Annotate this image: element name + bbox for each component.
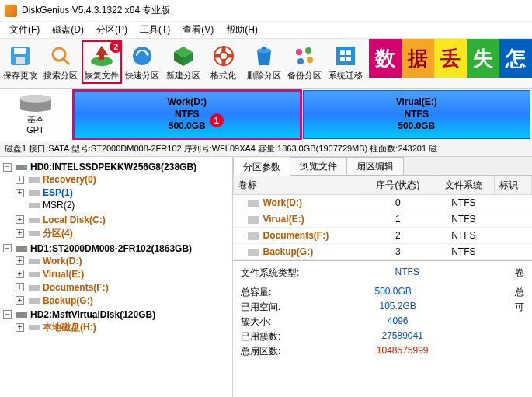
cluster-label: 簇大小: <box>241 315 271 329</box>
tree-documents-f[interactable]: +Documents(F:) <box>16 282 109 293</box>
svg-rect-43 <box>29 325 40 330</box>
totsec-value: 1048575999 <box>377 345 429 358</box>
menu-tools[interactable]: 工具(T) <box>134 22 176 38</box>
svg-point-14 <box>220 52 228 60</box>
svg-point-42 <box>24 314 26 315</box>
svg-rect-24 <box>340 57 345 61</box>
partition-grid[interactable]: 卷标 序号(状态) 文件系统 标识 Work(D:)0NTFSVirual(E:… <box>233 176 532 260</box>
logo-icon <box>5 5 17 17</box>
newpart-label: 新建分区 <box>166 70 200 82</box>
svg-line-4 <box>64 59 69 64</box>
cap-trail: 总 <box>515 286 524 299</box>
partition-size: 500.0GB <box>398 120 435 133</box>
used-trail: 可 <box>515 301 524 314</box>
menu-bar: 文件(F) 磁盘(D) 分区(P) 工具(T) 查看(V) 帮助(H) <box>0 22 532 39</box>
svg-rect-47 <box>248 249 259 256</box>
globe-arrow-icon <box>130 44 155 68</box>
tree-msr[interactable]: MSR(2) <box>16 200 75 211</box>
disk-type-label-2: GPT <box>26 125 44 134</box>
svg-rect-32 <box>29 203 40 208</box>
banner-char-4: 失 <box>467 39 499 78</box>
partition-name: Virual(E:) <box>396 96 437 109</box>
delete-partition-button[interactable]: 删除分区 <box>244 40 284 84</box>
tree-hd2[interactable]: −HD2:MsftVirtualDisk(120GB) <box>3 309 155 320</box>
window-title: DiskGenius V5.4.3.1322 x64 专业版 <box>22 4 170 17</box>
tree-backup-g[interactable]: +Backup(G:) <box>16 295 93 306</box>
quick-partition-button[interactable]: 快速分区 <box>122 40 162 84</box>
cap-label: 总容量: <box>241 286 271 299</box>
svg-point-36 <box>24 248 26 249</box>
banner-char-5: 怎 <box>499 39 532 78</box>
svg-rect-38 <box>29 272 40 277</box>
svg-rect-33 <box>29 218 40 223</box>
svg-point-19 <box>307 57 313 63</box>
disk-cylinder-icon <box>17 94 54 113</box>
disk-map: 基本GPT Work(D:) NTFS 500.0GB 1 Virual(E:)… <box>0 89 532 141</box>
tree-virual-e[interactable]: +Virual(E:) <box>16 269 84 280</box>
table-row[interactable]: Work(D:)0NTFS <box>234 195 532 211</box>
svg-rect-37 <box>29 259 40 264</box>
search-label: 搜索分区 <box>43 70 78 82</box>
system-migrate-button[interactable]: 系统迁移 <box>325 40 366 84</box>
tree-part4[interactable]: +分区(4) <box>16 227 73 240</box>
menu-view[interactable]: 查看(V) <box>176 22 220 38</box>
col-fs[interactable]: 文件系统 <box>433 176 494 195</box>
col-ident[interactable]: 标识 <box>494 176 531 195</box>
tree-recovery[interactable]: +Recovery(0) <box>16 174 96 185</box>
tab-sector-edit[interactable]: 扇区编辑 <box>346 157 404 175</box>
table-row[interactable]: Documents(F:)2NTFS <box>234 228 532 244</box>
disk-type-label-1: 基本 <box>27 114 44 124</box>
svg-rect-25 <box>346 57 351 61</box>
title-bar: DiskGenius V5.4.3.1322 x64 专业版 <box>0 0 532 22</box>
menu-partition[interactable]: 分区(P) <box>90 22 134 38</box>
menu-file[interactable]: 文件(F) <box>3 22 46 38</box>
partition-fs: NTFS <box>175 109 199 121</box>
magnifier-icon <box>48 44 73 68</box>
banner-char-2: 据 <box>402 39 434 78</box>
backup-partition-button[interactable]: 备份分区 <box>284 40 325 84</box>
svg-rect-2 <box>16 57 25 64</box>
vol-trail: 卷 <box>515 266 524 280</box>
table-row[interactable]: Virual(E:)1NTFS <box>234 211 532 228</box>
toolbar: 保存更改 搜索分区 2 恢复文件 快速分区 新建分区 格式化 删除分区 备份分区… <box>0 39 532 89</box>
svg-rect-45 <box>248 216 259 224</box>
partition-fs: NTFS <box>405 109 429 121</box>
col-seq[interactable]: 序号(状态) <box>363 176 433 195</box>
recover-label: 恢复文件 <box>85 70 119 82</box>
tree-local-h[interactable]: +本地磁盘(H:) <box>16 321 96 334</box>
col-volume[interactable]: 卷标 <box>234 176 363 195</box>
format-button[interactable]: 格式化 <box>203 40 244 84</box>
save-button[interactable]: 保存更改 <box>0 40 40 84</box>
menu-help[interactable]: 帮助(H) <box>220 22 264 38</box>
usedclu-label: 已用簇数: <box>241 330 280 343</box>
table-row[interactable]: Backup(G:)3NTFS <box>234 244 532 260</box>
search-partition-button[interactable]: 搜索分区 <box>40 40 81 84</box>
partition-work-d[interactable]: Work(D:) NTFS 500.0GB 1 <box>73 90 301 139</box>
menu-disk[interactable]: 磁盘(D) <box>46 22 90 38</box>
svg-rect-21 <box>336 47 355 65</box>
tree-esp[interactable]: +ESP(1) <box>16 187 73 198</box>
svg-point-29 <box>24 166 26 168</box>
tree-local-c[interactable]: +Local Disk(C:) <box>16 214 106 225</box>
delete-label: 删除分区 <box>247 70 281 82</box>
used-label: 已用空间: <box>241 301 280 314</box>
svg-point-8 <box>133 47 151 65</box>
tree-work-d[interactable]: +Work(D:) <box>16 256 82 266</box>
partition-size: 500.0GB <box>169 120 206 133</box>
tree-hd0[interactable]: −HD0:INTELSSDPEKKW256G8(238GB) <box>3 162 196 172</box>
tab-partition-params[interactable]: 分区参数 <box>233 158 290 176</box>
svg-rect-40 <box>29 298 40 304</box>
new-partition-button[interactable]: 新建分区 <box>162 40 203 84</box>
details-pane: 文件系统类型:NTFS卷 总容量:500.0GB总 已用空间:105.2GB可 … <box>233 260 532 364</box>
recover-file-button[interactable]: 2 恢复文件 <box>82 40 123 84</box>
tree-hd1[interactable]: −HD1:ST2000DM008-2FR102(1863GB) <box>3 243 192 254</box>
tree-pane[interactable]: −HD0:INTELSSDPEKKW256G8(238GB) +Recovery… <box>0 157 233 397</box>
windows-icon <box>333 44 358 68</box>
mark-1: 1 <box>210 113 224 127</box>
svg-point-27 <box>20 95 51 103</box>
partition-virual-e[interactable]: Virual(E:) NTFS 500.0GB <box>303 90 531 139</box>
used-value: 105.2GB <box>379 301 416 314</box>
svg-rect-16 <box>262 47 266 50</box>
tab-browse-files[interactable]: 浏览文件 <box>290 157 347 175</box>
right-pane: 分区参数 浏览文件 扇区编辑 卷标 序号(状态) 文件系统 标识 Work(D:… <box>233 157 532 397</box>
